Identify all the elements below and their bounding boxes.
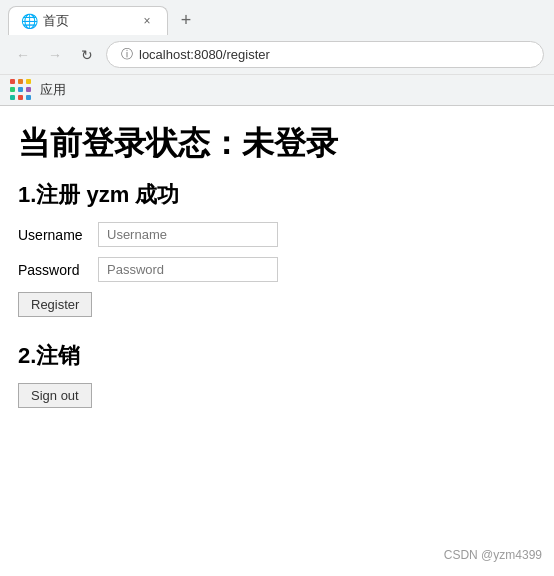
- address-input[interactable]: ⓘ localhost:8080/register: [106, 41, 544, 68]
- tab-favicon: 🌐: [21, 13, 37, 29]
- dot-4: [10, 87, 15, 92]
- tab-title: 首页: [43, 12, 133, 30]
- register-section-heading: 1.注册 yzm 成功: [18, 180, 536, 210]
- signout-section-heading: 2.注销: [18, 341, 536, 371]
- tab-bar: 🌐 首页 × +: [0, 0, 554, 35]
- password-label: Password: [18, 262, 98, 278]
- password-row: Password: [18, 257, 536, 282]
- lock-icon: ⓘ: [121, 46, 133, 63]
- dot-8: [18, 95, 23, 100]
- address-bar-row: ← → ↻ ⓘ localhost:8080/register: [0, 35, 554, 74]
- watermark: CSDN @yzm4399: [444, 548, 542, 562]
- reload-button[interactable]: ↻: [74, 42, 100, 68]
- bookmarks-label[interactable]: 应用: [40, 81, 66, 99]
- signout-section: 2.注销 Sign out: [18, 341, 536, 424]
- login-status-heading: 当前登录状态：未登录: [18, 122, 536, 166]
- page-content: 当前登录状态：未登录 1.注册 yzm 成功 Username Password…: [0, 106, 554, 440]
- password-input[interactable]: [98, 257, 278, 282]
- dot-5: [18, 87, 23, 92]
- forward-button[interactable]: →: [42, 42, 68, 68]
- dot-2: [18, 79, 23, 84]
- active-tab[interactable]: 🌐 首页 ×: [8, 6, 168, 35]
- username-label: Username: [18, 227, 98, 243]
- register-button[interactable]: Register: [18, 292, 92, 317]
- signout-button[interactable]: Sign out: [18, 383, 92, 408]
- new-tab-button[interactable]: +: [172, 7, 200, 35]
- tab-close-button[interactable]: ×: [139, 13, 155, 29]
- address-text: localhost:8080/register: [139, 47, 270, 62]
- browser-chrome: 🌐 首页 × + ← → ↻ ⓘ localhost:8080/register…: [0, 0, 554, 106]
- apps-icon[interactable]: [10, 79, 32, 101]
- dot-3: [26, 79, 31, 84]
- dot-1: [10, 79, 15, 84]
- back-button[interactable]: ←: [10, 42, 36, 68]
- username-row: Username: [18, 222, 536, 247]
- dot-9: [26, 95, 31, 100]
- dot-7: [10, 95, 15, 100]
- dot-6: [26, 87, 31, 92]
- bookmarks-bar: 应用: [0, 74, 554, 105]
- username-input[interactable]: [98, 222, 278, 247]
